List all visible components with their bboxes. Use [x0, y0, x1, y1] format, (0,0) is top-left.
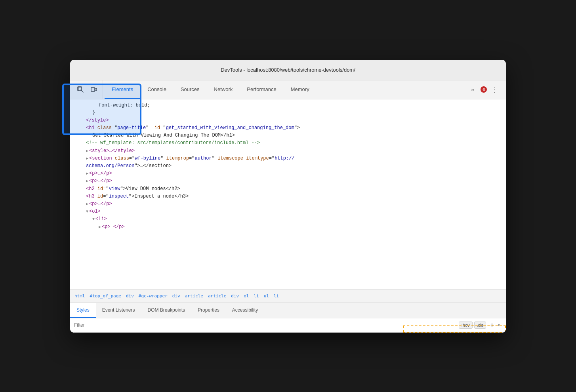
styles-panel: Styles Event Listeners DOM Breakpoints P… — [70, 303, 506, 333]
tab-sources[interactable]: Sources — [174, 80, 207, 99]
styles-tab-event-listeners[interactable]: Event Listeners — [96, 303, 141, 318]
inspect-icon — [77, 86, 84, 93]
breadcrumb-div3[interactable]: div — [230, 293, 240, 299]
breadcrumb-div2[interactable]: div — [171, 293, 181, 299]
code-line: ▶<style>…</style> — [70, 147, 506, 155]
code-line: ▶<p> </p> — [70, 223, 506, 231]
dom-panel[interactable]: font-weight: bold; } </style> <h1 class=… — [70, 99, 506, 289]
svg-rect-4 — [95, 88, 97, 91]
svg-rect-3 — [91, 88, 95, 91]
code-line: <h2 id="view">View DOM nodes</h2> — [70, 185, 506, 193]
breadcrumb-html[interactable]: html — [73, 293, 86, 299]
code-line: font-weight: bold; — [70, 102, 506, 109]
code-line: schema.org/Person">…</section> — [70, 162, 506, 170]
toolbar-icon-group — [72, 80, 103, 99]
more-options-button[interactable]: ⋮ — [489, 84, 500, 95]
devtools-window: DevTools - localhost:8080/web/tools/chro… — [70, 60, 506, 333]
filter-input[interactable] — [74, 322, 459, 328]
tab-memory[interactable]: Memory — [284, 80, 317, 99]
styles-tab-properties[interactable]: Properties — [191, 303, 226, 318]
code-line: ▶<p>…</p> — [70, 200, 506, 208]
filter-bar: :hov .cls + ▾ — [70, 318, 506, 333]
breadcrumb-ul[interactable]: ul — [263, 293, 270, 299]
code-line: <h3 id="inspect">Inspect a node</h3> — [70, 193, 506, 200]
breadcrumb-gc-wrapper[interactable]: #gc-wrapper — [137, 293, 169, 299]
code-line: ▼<li> — [70, 215, 506, 223]
breadcrumb-li1[interactable]: li — [252, 293, 260, 299]
add-style-button[interactable]: + — [488, 321, 496, 329]
device-icon — [91, 86, 97, 93]
breadcrumb-ol[interactable]: ol — [242, 293, 250, 299]
tab-console[interactable]: Console — [140, 80, 174, 99]
breadcrumb-article2[interactable]: article — [207, 293, 227, 299]
breadcrumb-top-of-page[interactable]: #top_of_page — [89, 293, 122, 299]
breadcrumb-article1[interactable]: article — [184, 293, 204, 299]
breadcrumb-bar: html #top_of_page div #gc-wrapper div ar… — [70, 289, 506, 303]
more-tabs-button[interactable]: » — [467, 84, 478, 95]
code-line: <!-- wf_template: src/templates/contribu… — [70, 139, 506, 147]
filter-buttons: :hov .cls + ▾ — [459, 321, 502, 329]
code-line: ▶ <section class="wf-byline" itemprop="a… — [70, 155, 506, 162]
toolbar-right: » 6 ⋮ — [463, 80, 504, 99]
styles-tab-styles[interactable]: Styles — [70, 303, 96, 318]
code-line: </style> — [70, 117, 506, 124]
window-title: DevTools - localhost:8080/web/tools/chro… — [221, 67, 355, 73]
inspect-icon-btn[interactable] — [75, 84, 86, 95]
error-badge[interactable]: 6 — [481, 86, 487, 93]
breadcrumb-li2[interactable]: li — [273, 293, 280, 299]
cls-button[interactable]: .cls — [474, 322, 486, 329]
styles-tab-dom-breakpoints[interactable]: DOM Breakpoints — [141, 303, 191, 318]
main-tabs: Elements Console Sources Network Perform… — [105, 80, 463, 99]
code-line: Get Started With Viewing And Changing Th… — [70, 132, 506, 139]
code-line: ▼<ol> — [70, 208, 506, 215]
breadcrumb-div1[interactable]: div — [125, 293, 135, 299]
code-line: <h1 class="page-title" id="get_started_w… — [70, 124, 506, 132]
code-line: ▶<p>…</p> — [70, 177, 506, 185]
code-line: ▶<p>…</p> — [70, 170, 506, 177]
styles-tabs: Styles Event Listeners DOM Breakpoints P… — [70, 303, 506, 318]
tab-elements[interactable]: Elements — [105, 80, 140, 99]
expand-button[interactable]: ▾ — [498, 323, 502, 327]
tab-performance[interactable]: Performance — [240, 80, 283, 99]
device-icon-btn[interactable] — [88, 84, 99, 95]
tab-network[interactable]: Network — [207, 80, 240, 99]
code-line: } — [70, 109, 506, 117]
styles-tab-accessibility[interactable]: Accessibility — [226, 303, 264, 318]
title-bar: DevTools - localhost:8080/web/tools/chro… — [70, 60, 506, 80]
devtools-toolbar: Elements Console Sources Network Perform… — [70, 80, 506, 99]
hov-button[interactable]: :hov — [459, 322, 473, 329]
error-circle: 6 — [481, 86, 487, 93]
